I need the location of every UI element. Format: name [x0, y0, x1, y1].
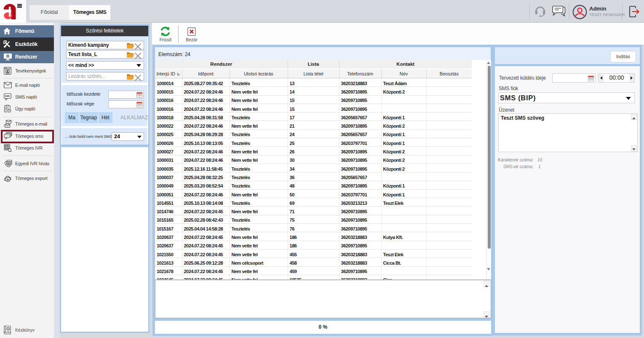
svg-text:SMS: SMS [5, 95, 10, 97]
